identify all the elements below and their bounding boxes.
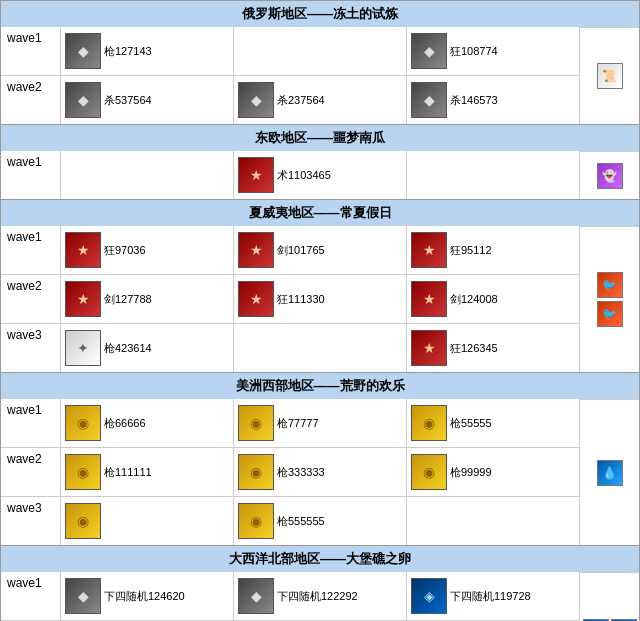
wave-cell-2: ★狂126345 <box>407 324 579 372</box>
section-header-0: 俄罗斯地区——冻土的试炼 <box>1 1 639 27</box>
section-header-3: 美洲西部地区——荒野的欢乐 <box>1 372 639 399</box>
wave-row: wave1◉枪66666◉枪77777◉枪55555 <box>1 399 579 447</box>
section-side-column: 💧 <box>579 399 639 545</box>
gold-coin3-icon: ◉ <box>411 405 447 441</box>
wave-cell-2: ◆狂108774 <box>407 27 579 75</box>
wave-cell-1 <box>234 27 407 75</box>
wave-label: wave1 <box>1 226 61 274</box>
cell-text: 枪111111 <box>104 465 152 480</box>
gold-coin2-icon: ◉ <box>238 405 274 441</box>
wave-cell-1: ◉枪333333 <box>234 448 407 496</box>
cell-text: 下四随机122292 <box>277 589 358 604</box>
red-rooster2-icon: ★ <box>411 232 447 268</box>
wave-cell-2: ★剑124008 <box>407 275 579 323</box>
bird2-side-icon: 🐦 <box>597 301 623 327</box>
gold-coin4-icon: ◉ <box>65 454 101 490</box>
gold-coin7-icon: ◉ <box>65 503 101 539</box>
red-rooster3-icon: ★ <box>65 281 101 317</box>
wave-cell-1: ◆杀237564 <box>234 76 407 124</box>
red-rooster-icon: ★ <box>65 232 101 268</box>
wave-cell-1: ◆下四随机122292 <box>234 572 407 620</box>
cell-text: 下四随机124620 <box>104 589 185 604</box>
gold-coin-icon: ◉ <box>65 405 101 441</box>
wave-cell-0 <box>61 151 234 199</box>
white-char-icon: ✦ <box>65 330 101 366</box>
cell-text: 杀146573 <box>450 93 498 108</box>
section-header-2: 夏威夷地区——常夏假日 <box>1 199 639 226</box>
wave-cell-2: ◈下四随机119728 <box>407 572 579 620</box>
wave-row: wave1◆下四随机124620◆下四随机122292◈下四随机119728 <box>1 572 579 620</box>
cell-text: 枪555555 <box>277 514 325 529</box>
cell-text: 狂111330 <box>277 292 325 307</box>
wave-label: wave1 <box>1 572 61 620</box>
cell-text: 剑124008 <box>450 292 498 307</box>
section-side-column: 👻 <box>579 151 639 199</box>
gray-shark-icon: ◆ <box>65 578 101 614</box>
bird1-side-icon: 🐦 <box>597 272 623 298</box>
wave-label: wave3 <box>1 324 61 372</box>
wave-label: wave1 <box>1 27 61 75</box>
wave-row: wave2◆杀537564◆杀237564◆杀146573 <box>1 75 579 124</box>
wave-cell-0: ★剑127788 <box>61 275 234 323</box>
cell-text: 枪77777 <box>277 416 319 431</box>
wave-cell-1: ★狂111330 <box>234 275 407 323</box>
red-rooster4-icon: ★ <box>238 281 274 317</box>
wave-cell-2: ◉枪99999 <box>407 448 579 496</box>
wave-label: wave2 <box>1 275 61 323</box>
wave-cell-0: ✦枪423614 <box>61 324 234 372</box>
wave-label: wave2 <box>1 448 61 496</box>
section-header-1: 东欧地区——噩梦南瓜 <box>1 124 639 151</box>
wave-cell-0: ◆枪127143 <box>61 27 234 75</box>
wave-row: wave1◆枪127143◆狂108774 <box>1 27 579 75</box>
section-side-column: 📜 <box>579 27 639 124</box>
cell-text: 枪127143 <box>104 44 152 59</box>
cell-text: 术1103465 <box>277 168 331 183</box>
gold-coin5-icon: ◉ <box>238 454 274 490</box>
wave-row: wave2★剑127788★狂111330★剑124008 <box>1 274 579 323</box>
wave-cell-0: ◉枪111111 <box>61 448 234 496</box>
wave-row: wave1★狂97036★剑101765★狂95112 <box>1 226 579 274</box>
cell-text: 狂108774 <box>450 44 498 59</box>
cell-text: 枪333333 <box>277 465 325 480</box>
cell-text: 狂126345 <box>450 341 498 356</box>
cell-text: 枪99999 <box>450 465 492 480</box>
main-table: 俄罗斯地区——冻土的试炼wave1◆枪127143◆狂108774wave2◆杀… <box>0 0 640 621</box>
red-rooster5-icon: ★ <box>411 330 447 366</box>
cell-text: 下四随机119728 <box>450 589 531 604</box>
wave-row: wave3✦枪423614★狂126345 <box>1 323 579 372</box>
wave-row: wave3◉◉枪555555 <box>1 496 579 545</box>
cell-text: 狂95112 <box>450 243 492 258</box>
dark-wolf3-icon: ◆ <box>411 82 447 118</box>
gray-shark2-icon: ◆ <box>238 578 274 614</box>
wave-label: wave3 <box>1 497 61 545</box>
cell-text: 枪423614 <box>104 341 152 356</box>
wave-cell-2: ◆杀146573 <box>407 76 579 124</box>
cell-text: 剑127788 <box>104 292 152 307</box>
red-dragon-icon: ★ <box>238 232 274 268</box>
dark-wolf2-icon: ◆ <box>238 82 274 118</box>
wave-row: wave2◉枪111111◉枪333333◉枪99999 <box>1 447 579 496</box>
red-dragon2-icon: ★ <box>411 281 447 317</box>
section-side-column: ◉◉◉◉ <box>579 572 639 621</box>
gray-eagle-icon: ◆ <box>65 33 101 69</box>
ghost-icon-side-icon: 👻 <box>597 163 623 189</box>
wave-cell-1: ★术1103465 <box>234 151 407 199</box>
scroll-icon-side-icon: 📜 <box>597 63 623 89</box>
wave-cell-1 <box>234 324 407 372</box>
cell-text: 枪55555 <box>450 416 492 431</box>
cell-text: 狂97036 <box>104 243 146 258</box>
cell-text: 杀537564 <box>104 93 152 108</box>
wave-row: wave1★术1103465 <box>1 151 579 199</box>
dark-bear-icon: ◆ <box>65 82 101 118</box>
blue-fish-icon: ◈ <box>411 578 447 614</box>
wave-cell-2 <box>407 497 579 545</box>
wave-cell-1: ◉枪77777 <box>234 399 407 447</box>
wave-cell-1: ◉枪555555 <box>234 497 407 545</box>
section-side-column: 🐦🐦 <box>579 226 639 372</box>
cell-text: 剑101765 <box>277 243 325 258</box>
wave-cell-0: ◉ <box>61 497 234 545</box>
wave-cell-0: ◆杀537564 <box>61 76 234 124</box>
wave-cell-0: ◉枪66666 <box>61 399 234 447</box>
wave-cell-0: ★狂97036 <box>61 226 234 274</box>
cell-text: 枪66666 <box>104 416 146 431</box>
